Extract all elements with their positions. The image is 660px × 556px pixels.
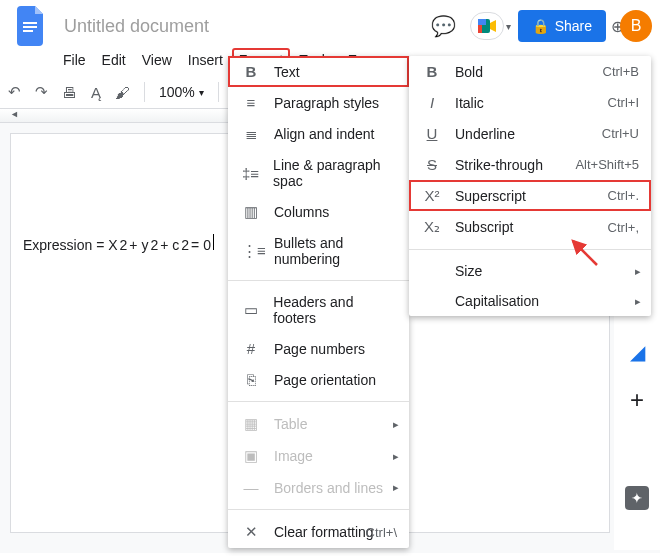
hash-icon: # bbox=[242, 340, 260, 357]
text-underline[interactable]: UUnderlineCtrl+U bbox=[409, 118, 651, 149]
spacing-icon: ‡≡ bbox=[242, 165, 259, 182]
format-paragraph[interactable]: ≡Paragraph styles bbox=[228, 87, 409, 118]
format-text[interactable]: BText bbox=[228, 56, 409, 87]
format-page-numbers[interactable]: #Page numbers bbox=[228, 333, 409, 364]
clear-icon: ✕ bbox=[242, 523, 260, 541]
text-bold[interactable]: BBoldCtrl+B bbox=[409, 56, 651, 87]
format-clear[interactable]: ✕Clear formattingCtrl+\ bbox=[228, 516, 409, 548]
keep-icon[interactable]: ◢ bbox=[630, 340, 645, 364]
avatar[interactable]: B bbox=[620, 10, 652, 42]
text-superscript[interactable]: X²SuperscriptCtrl+. bbox=[409, 180, 651, 211]
svg-rect-0 bbox=[23, 22, 37, 24]
comments-icon[interactable]: 💬 bbox=[431, 14, 456, 38]
align-icon: ≣ bbox=[242, 125, 260, 143]
text-italic[interactable]: IItalicCtrl+I bbox=[409, 87, 651, 118]
undo-icon[interactable]: ↶ bbox=[8, 83, 21, 101]
columns-icon: ▥ bbox=[242, 203, 260, 221]
image-icon: ▣ bbox=[242, 447, 260, 465]
format-borders: ―Borders and lines▸ bbox=[228, 472, 409, 503]
svg-rect-2 bbox=[23, 30, 33, 32]
format-align[interactable]: ≣Align and indent bbox=[228, 118, 409, 150]
paint-icon[interactable]: 🖌 bbox=[115, 84, 130, 101]
format-bullets[interactable]: ⋮≡Bullets and numbering bbox=[228, 228, 409, 274]
svg-rect-5 bbox=[478, 19, 486, 25]
text-strike[interactable]: SStrike-throughAlt+Shift+5 bbox=[409, 149, 651, 180]
text-capitalisation[interactable]: Capitalisation▸ bbox=[409, 286, 651, 316]
meet-button[interactable] bbox=[470, 12, 504, 40]
italic-icon: I bbox=[423, 94, 441, 111]
headers-icon: ▭ bbox=[242, 301, 259, 319]
subscript-icon: X₂ bbox=[423, 218, 441, 236]
text-size[interactable]: Size▸ bbox=[409, 256, 651, 286]
format-dropdown: BText ≡Paragraph styles ≣Align and inden… bbox=[228, 56, 409, 548]
share-button[interactable]: 🔒 Share bbox=[518, 10, 606, 42]
zoom-select[interactable]: 100%▾ bbox=[159, 84, 204, 100]
strike-icon: S bbox=[423, 156, 441, 173]
format-line-spacing[interactable]: ‡≡Line & paragraph spac bbox=[228, 150, 409, 196]
superscript-icon: X² bbox=[423, 187, 441, 204]
format-image: ▣Image▸ bbox=[228, 440, 409, 472]
format-orientation[interactable]: ⎘Page orientation bbox=[228, 364, 409, 395]
orientation-icon: ⎘ bbox=[242, 371, 260, 388]
spellcheck-icon[interactable]: Ą bbox=[91, 84, 101, 101]
menu-insert[interactable]: Insert bbox=[181, 48, 230, 72]
paragraph-icon: ≡ bbox=[242, 94, 260, 111]
lock-icon: 🔒 bbox=[532, 18, 549, 34]
bullets-icon: ⋮≡ bbox=[242, 242, 260, 260]
redo-icon[interactable]: ↷ bbox=[35, 83, 48, 101]
bold-icon: B bbox=[423, 63, 441, 80]
underline-icon: U bbox=[423, 125, 441, 142]
print-icon[interactable]: 🖶 bbox=[62, 84, 77, 101]
add-on-icon[interactable]: + bbox=[630, 386, 644, 414]
share-label: Share bbox=[555, 18, 592, 34]
explore-icon[interactable]: ✦ bbox=[625, 486, 649, 510]
borders-icon: ― bbox=[242, 479, 260, 496]
format-table: ▦Table▸ bbox=[228, 408, 409, 440]
menu-view[interactable]: View bbox=[135, 48, 179, 72]
format-headers[interactable]: ▭Headers and footers bbox=[228, 287, 409, 333]
svg-rect-1 bbox=[23, 26, 37, 28]
text-subscript[interactable]: X₂SubscriptCtrl+, bbox=[409, 211, 651, 243]
docs-logo[interactable] bbox=[12, 6, 52, 46]
text-submenu: BBoldCtrl+B IItalicCtrl+I UUnderlineCtrl… bbox=[409, 56, 651, 316]
table-icon: ▦ bbox=[242, 415, 260, 433]
menu-file[interactable]: File bbox=[56, 48, 93, 72]
menu-edit[interactable]: Edit bbox=[95, 48, 133, 72]
format-columns[interactable]: ▥Columns bbox=[228, 196, 409, 228]
bold-icon: B bbox=[242, 63, 260, 80]
